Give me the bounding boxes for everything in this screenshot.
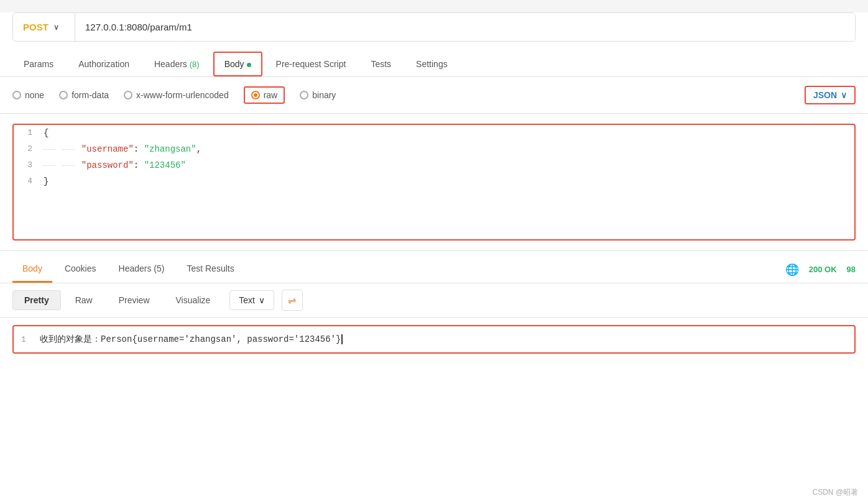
- response-status: 🌐 200 OK 98: [785, 263, 856, 277]
- line-content-2: "username": "zhangsan",: [39, 142, 206, 156]
- response-line-1: 1 收到的对象是：Person{username='zhangsan', pas…: [21, 334, 847, 345]
- radio-raw: [251, 91, 260, 99]
- option-formdata-label: form-data: [72, 90, 109, 100]
- method-selector[interactable]: POST ∨: [13, 13, 75, 41]
- option-none[interactable]: none: [12, 90, 44, 100]
- status-time-label: 98: [847, 265, 856, 274]
- headers-badge: (8): [190, 60, 200, 69]
- response-tab-body[interactable]: Body: [12, 256, 52, 283]
- response-tab-cookies[interactable]: Cookies: [55, 256, 106, 283]
- response-tab-headers[interactable]: Headers (5): [109, 256, 175, 283]
- response-tab-body-label: Body: [22, 263, 42, 273]
- tab-settings-label: Settings: [416, 59, 448, 69]
- section-divider: [0, 250, 868, 251]
- body-dot: [247, 63, 251, 67]
- tab-headers[interactable]: Headers (8): [143, 52, 211, 76]
- radio-formdata: [59, 91, 68, 99]
- line-content-1: {: [39, 126, 53, 140]
- request-tabs-row: Params Authorization Headers (8) Body Pr…: [0, 52, 868, 77]
- code-line-4: 4 }: [14, 173, 854, 190]
- line-num-3: 3: [14, 158, 39, 172]
- tab-headers-label: Headers: [154, 59, 190, 69]
- option-urlencoded[interactable]: x-www-form-urlencoded: [124, 90, 229, 100]
- tab-settings[interactable]: Settings: [405, 52, 459, 76]
- code-line-3: 3 "password": "123456": [14, 157, 854, 173]
- format-visualize-btn[interactable]: Visualize: [164, 290, 223, 310]
- tab-body[interactable]: Body: [213, 52, 262, 76]
- json-type-chevron: ∨: [841, 90, 847, 100]
- code-line-2: 2 "username": "zhangsan",: [14, 141, 854, 157]
- text-type-selector[interactable]: Text ∨: [229, 290, 274, 310]
- option-raw-label: raw: [264, 90, 278, 100]
- code-line-1: 1 {: [14, 125, 854, 141]
- main-container: POST ∨ Params Authorization Headers (8) …: [0, 12, 868, 504]
- tab-authorization-label: Authorization: [78, 59, 129, 69]
- response-tab-headers-label: Headers (5): [119, 263, 165, 273]
- option-formdata[interactable]: form-data: [59, 90, 109, 100]
- option-raw[interactable]: raw: [244, 86, 285, 104]
- response-tabs-row: Body Cookies Headers (5) Test Results 🌐 …: [0, 256, 868, 283]
- url-input[interactable]: [75, 13, 855, 41]
- response-body: 1 收到的对象是：Person{username='zhangsan', pas…: [12, 325, 856, 354]
- option-none-label: none: [25, 90, 44, 100]
- method-chevron: ∨: [53, 23, 59, 32]
- line-content-3: "password": "123456": [39, 158, 191, 172]
- tab-authorization[interactable]: Authorization: [67, 52, 141, 76]
- response-format-row: Pretty Raw Preview Visualize Text ∨ ⇌: [0, 283, 868, 318]
- response-tab-cookies-label: Cookies: [65, 263, 96, 273]
- resp-line-num-1: 1: [21, 335, 40, 344]
- option-urlencoded-label: x-www-form-urlencoded: [136, 90, 229, 100]
- text-cursor: [341, 334, 343, 344]
- tab-params[interactable]: Params: [12, 52, 65, 76]
- globe-icon: 🌐: [785, 263, 799, 277]
- tab-body-label: Body: [224, 59, 244, 69]
- text-type-label: Text: [239, 295, 255, 305]
- tab-prerequest[interactable]: Pre-request Script: [265, 52, 358, 76]
- wrap-btn[interactable]: ⇌: [282, 290, 303, 311]
- tab-tests-label: Tests: [371, 59, 391, 69]
- line-num-1: 1: [14, 126, 39, 139]
- url-bar: POST ∨: [12, 12, 856, 42]
- line-num-2: 2: [14, 142, 39, 155]
- body-options-row: none form-data x-www-form-urlencoded raw…: [0, 77, 868, 114]
- json-type-selector[interactable]: JSON ∨: [805, 86, 856, 104]
- wrap-icon: ⇌: [288, 295, 296, 306]
- status-200-label: 200 OK: [809, 265, 837, 274]
- resp-content-1: 收到的对象是：Person{username='zhangsan', passw…: [40, 334, 343, 345]
- response-tab-testresults-label: Test Results: [187, 263, 234, 273]
- format-preview-btn[interactable]: Preview: [107, 290, 162, 310]
- tab-tests[interactable]: Tests: [359, 52, 402, 76]
- text-chevron: ∨: [259, 295, 265, 305]
- format-pretty-btn[interactable]: Pretty: [12, 290, 61, 310]
- json-type-label: JSON: [813, 90, 837, 100]
- method-label: POST: [23, 22, 48, 32]
- radio-binary: [300, 91, 308, 99]
- line-num-4: 4: [14, 175, 39, 188]
- line-content-4: }: [39, 175, 53, 188]
- format-raw-btn[interactable]: Raw: [63, 290, 104, 310]
- radio-urlencoded: [124, 91, 132, 99]
- code-editor[interactable]: 1 { 2 "username": "zhangsan", 3 "passwor…: [12, 124, 856, 241]
- option-binary-label: binary: [312, 90, 336, 100]
- tab-params-label: Params: [24, 59, 53, 69]
- footer-brand: CSDN @昭著: [812, 487, 858, 498]
- tab-prerequest-label: Pre-request Script: [276, 59, 346, 69]
- response-tab-testresults[interactable]: Test Results: [177, 256, 244, 283]
- option-binary[interactable]: binary: [300, 90, 336, 100]
- radio-none: [12, 91, 21, 99]
